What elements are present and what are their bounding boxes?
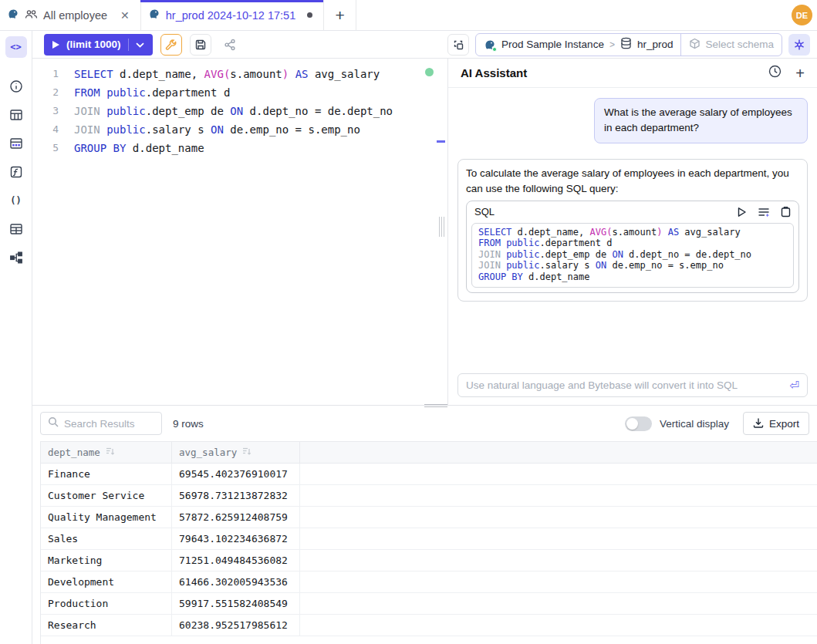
table-cell[interactable]: Production	[41, 593, 172, 614]
group-icon	[25, 8, 38, 22]
connection-instance[interactable]: Prod Sample Instance > hr_prod	[476, 34, 680, 56]
user-avatar[interactable]: DE	[792, 5, 812, 25]
code-line: FROM public.department d	[478, 238, 787, 249]
chat-area: What is the average salary of employees …	[448, 88, 817, 405]
results-resize-handle[interactable]	[424, 404, 447, 405]
vertical-display-toggle[interactable]	[625, 416, 652, 431]
data-table-icon[interactable]	[9, 222, 23, 236]
search-results-box[interactable]	[40, 412, 162, 435]
tab-label: hr_prod 2024-10-12 17:51	[166, 9, 296, 22]
nl2sql-input-box[interactable]: ⏎	[457, 373, 808, 397]
code-line: GROUP BY d.dept_name	[74, 142, 447, 160]
line-number: 2	[52, 86, 59, 105]
tab-bar: All employee ✕ hr_prod 2024-10-12 17:51 …	[0, 0, 817, 31]
vertical-display-label: Vertical display	[660, 418, 729, 430]
table-cell[interactable]: 69545.402376910017	[172, 464, 300, 484]
code-panel-toggle-icon[interactable]: <>	[5, 36, 27, 58]
column-header-dept-name[interactable]: dept_name	[41, 442, 172, 463]
schema-diagram-icon[interactable]	[9, 137, 23, 150]
code-line: JOIN public.salary s ON de.emp_no = s.em…	[478, 260, 787, 271]
postgres-icon	[484, 39, 496, 51]
breadcrumb-separator: >	[609, 39, 615, 50]
table-cell[interactable]: Finance	[41, 464, 172, 484]
column-header-avg-salary[interactable]: avg_salary	[172, 442, 300, 463]
scrollbar-marker	[437, 140, 445, 143]
line-number: 3	[52, 105, 59, 123]
history-clock-icon[interactable]	[768, 65, 782, 81]
line-number: 1	[52, 68, 59, 86]
sort-icon[interactable]	[242, 447, 252, 458]
run-code-icon[interactable]	[737, 207, 747, 217]
left-sidebar: <> ()	[0, 31, 32, 644]
connection-pill[interactable]: Prod Sample Instance > hr_prod Select sc…	[475, 33, 782, 56]
copy-code-icon[interactable]	[781, 206, 791, 217]
table-row: Quality Management57872.625912408759	[41, 507, 817, 528]
nl2sql-input[interactable]	[466, 379, 783, 391]
code-line: SELECT d.dept_name, AVG(s.amount) AS avg…	[478, 227, 787, 238]
play-icon	[52, 41, 59, 49]
postgres-icon	[148, 8, 160, 22]
select-connection-button[interactable]	[447, 34, 469, 56]
table-cell[interactable]: 79643.102234636872	[172, 528, 300, 549]
table-cell[interactable]: 56978.731213872832	[172, 485, 300, 506]
new-chat-icon[interactable]: +	[795, 66, 805, 81]
panel-resize-handle[interactable]	[441, 217, 442, 237]
insert-code-icon[interactable]	[758, 207, 770, 217]
tables-icon[interactable]	[9, 108, 23, 122]
sort-icon[interactable]	[106, 447, 115, 458]
run-query-button[interactable]: (limit 1000)	[44, 34, 153, 56]
function-icon[interactable]	[9, 165, 23, 179]
results-panel: 9 rows Vertical display Export dept_name	[32, 405, 817, 644]
code-line: GROUP BY d.dept_name	[478, 271, 787, 283]
search-results-input[interactable]	[64, 418, 154, 430]
table-cell[interactable]: 61466.302005943536	[172, 572, 300, 592]
submit-return-icon[interactable]: ⏎	[789, 379, 799, 393]
ai-panel-title: AI Assistant	[461, 66, 527, 79]
table-row: Research60238.952517985612	[41, 615, 817, 636]
table-cell[interactable]: 59917.551582408549	[172, 593, 300, 614]
line-number-gutter: 12345	[32, 59, 69, 405]
table-cell[interactable]: Quality Management	[41, 507, 172, 528]
table-cell[interactable]: 60238.952517985612	[172, 615, 300, 636]
info-icon[interactable]	[9, 79, 23, 93]
export-button[interactable]: Export	[743, 412, 809, 435]
postgres-icon	[7, 8, 19, 22]
table-cell[interactable]: Development	[41, 572, 172, 592]
table-cell[interactable]: Research	[41, 615, 172, 636]
connection-status-dot	[425, 68, 434, 76]
code-line: FROM public.department d	[74, 86, 447, 105]
save-sheet-button[interactable]	[190, 34, 211, 56]
parentheses-icon[interactable]: ()	[9, 194, 23, 207]
table-cell[interactable]: Sales	[41, 528, 172, 549]
table-cell[interactable]: Customer Service	[41, 485, 172, 506]
answer-intro: To calculate the average salary of emplo…	[466, 167, 789, 194]
results-header: 9 rows Vertical display Export	[32, 406, 817, 441]
close-icon[interactable]: ✕	[120, 9, 130, 22]
tab-all-employee[interactable]: All employee ✕	[0, 0, 141, 30]
sql-code[interactable]: SELECT d.dept_name, AVG(s.amount) AS avg…	[69, 59, 447, 405]
table-row: Marketing71251.049484536082	[41, 550, 817, 572]
new-tab-button[interactable]: +	[324, 0, 356, 30]
lineage-icon[interactable]	[9, 251, 23, 265]
chevron-down-icon[interactable]	[136, 39, 144, 50]
code-language-label: SQL	[474, 204, 495, 220]
status-dot	[492, 47, 497, 52]
tab-label: All employee	[43, 9, 107, 22]
line-number: 5	[52, 142, 59, 160]
table-cell[interactable]: 57872.625912408759	[172, 507, 300, 528]
instance-name: Prod Sample Instance	[501, 39, 604, 50]
table-cell[interactable]: Marketing	[41, 550, 172, 571]
admin-wrench-button[interactable]	[160, 34, 182, 56]
sql-code-block: SQL SELECT d.dept_name, AVG(s.amount) AS…	[466, 201, 799, 293]
openai-assistant-button[interactable]	[788, 34, 810, 56]
schema-cube-icon	[689, 38, 701, 52]
table-row: Customer Service56978.731213872832	[41, 485, 817, 507]
editor-toolbar: (limit 1000) Prod Sample Instance >	[32, 31, 817, 59]
select-schema-button[interactable]: Select schema	[680, 34, 782, 56]
share-button[interactable]	[219, 34, 241, 56]
code-line: JOIN public.dept_emp de ON d.dept_no = d…	[74, 105, 447, 123]
table-cell[interactable]: 71251.049484536082	[172, 550, 300, 571]
table-row: Production59917.551582408549	[41, 593, 817, 615]
sql-editor[interactable]: 12345 SELECT d.dept_name, AVG(s.amount) …	[32, 59, 447, 405]
tab-hr-prod[interactable]: hr_prod 2024-10-12 17:51	[141, 0, 325, 30]
